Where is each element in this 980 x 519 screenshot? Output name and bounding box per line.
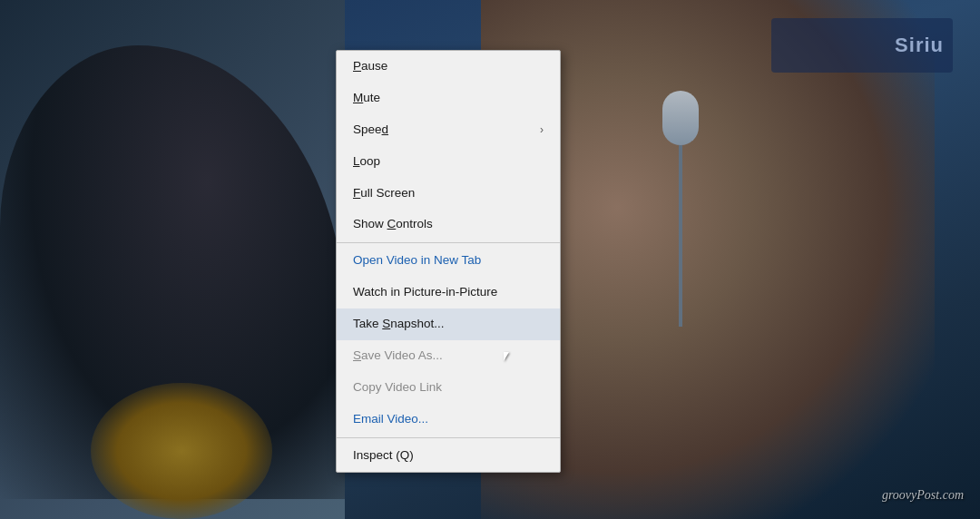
menu-label-snapshot: Take Snapshot... (353, 316, 445, 333)
microphone (653, 91, 708, 363)
menu-label-open-new-tab: Open Video in New Tab (353, 252, 481, 269)
menu-item-copy-link[interactable]: Copy Video Link (337, 372, 560, 404)
menu-item-mute[interactable]: Mute (337, 83, 560, 114)
speed-submenu-arrow: › (540, 122, 544, 138)
sign-text: Siriu (895, 34, 944, 57)
menu-item-email-video[interactable]: Email Video... (337, 404, 560, 436)
menu-label-pause: Pause (353, 58, 387, 75)
menu-item-show-controls[interactable]: Show Controls (337, 209, 560, 240)
menu-label-fullscreen: Full Screen (353, 185, 415, 202)
menu-item-fullscreen[interactable]: Full Screen (337, 178, 560, 210)
menu-label-pip: Watch in Picture-in-Picture (353, 284, 497, 301)
menu-label-copy-link: Copy Video Link (353, 379, 442, 397)
menu-item-open-new-tab[interactable]: Open Video in New Tab (337, 245, 560, 277)
menu-label-save-video: Save Video As... (353, 348, 443, 365)
menu-item-inspect[interactable]: Inspect (Q) (337, 440, 560, 472)
menu-label-inspect: Inspect (Q) (353, 447, 414, 465)
menu-label-show-controls: Show Controls (353, 216, 433, 233)
menu-item-pause[interactable]: Pause (337, 51, 560, 83)
menu-item-pip[interactable]: Watch in Picture-in-Picture (337, 277, 560, 308)
context-menu: Pause Mute Speed › Loop Full Screen Show… (336, 50, 561, 473)
guitar (91, 383, 272, 519)
menu-item-snapshot[interactable]: Take Snapshot... (337, 308, 560, 340)
sign-area: Siriu (771, 18, 953, 73)
menu-item-speed[interactable]: Speed › (337, 114, 560, 146)
separator-2 (337, 437, 560, 438)
separator-1 (337, 242, 560, 243)
menu-label-loop: Loop (353, 153, 380, 171)
watermark: groovyPost.com (882, 488, 964, 503)
menu-label-speed: Speed (353, 122, 388, 139)
menu-label-email-video: Email Video... (353, 411, 428, 428)
menu-item-loop[interactable]: Loop (337, 146, 560, 178)
menu-label-mute: Mute (353, 90, 380, 107)
menu-item-save-video[interactable]: Save Video As... (337, 340, 560, 372)
